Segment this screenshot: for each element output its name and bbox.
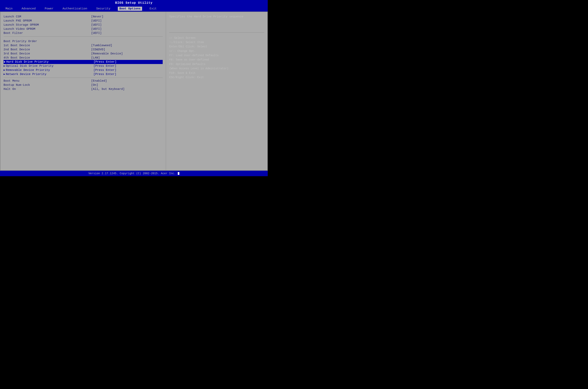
- priority-value: [Press Enter]: [94, 65, 165, 68]
- boot-device-label: 2nd Boot Device: [3, 48, 91, 51]
- boot-device-value: [Removable Device]: [91, 52, 163, 55]
- priority-value: [Press Enter]: [94, 73, 165, 76]
- oprom-value: [Never]: [91, 15, 163, 18]
- boot-device-row[interactable]: 4th Boot Device[LAN]: [3, 56, 163, 60]
- help-line: ↑↓/Click: Select Item: [169, 40, 264, 44]
- left-panel: Launch CSM[Never]Launch PXE OPROM[UEFI]L…: [0, 12, 166, 170]
- other-label: Halt On: [3, 88, 91, 91]
- priority-label: Optical Disk Drive Priority: [6, 65, 94, 68]
- boot-device-row[interactable]: 1st Boot Device[Tumbleweed]: [3, 43, 163, 48]
- right-panel: Specifies the Hard Drive Priority sequen…: [166, 12, 267, 170]
- oprom-row[interactable]: Launch Video OPROM[UEFI]: [3, 27, 163, 31]
- oprom-value: [UEFI]: [91, 23, 163, 27]
- help-line: ↔: Select Screen: [169, 36, 264, 40]
- help-line: F9: Optimized Defaults: [169, 62, 264, 66]
- priority-row[interactable]: ►Hard Disk Drive Priority[Press Enter]: [3, 60, 163, 64]
- boot-priority-header: Boot Priority Order: [3, 40, 163, 43]
- oprom-value: [UEFI]: [91, 32, 163, 35]
- priority-row[interactable]: ►Network Device Priority[Press Enter]: [3, 72, 163, 76]
- boot-device-row[interactable]: 2nd Boot Device[CD&DVD]: [3, 48, 163, 52]
- oprom-label: Launch PXE OPROM: [3, 19, 91, 23]
- other-value: [Enabled]: [91, 79, 163, 83]
- main-content: Launch CSM[Never]Launch PXE OPROM[UEFI]L…: [0, 12, 268, 171]
- boot-device-value: [LAN]: [91, 56, 163, 60]
- priority-items[interactable]: ►Hard Disk Drive Priority[Press Enter]►O…: [3, 60, 163, 76]
- arrow-icon: ►: [3, 65, 5, 67]
- menu-item-authentication[interactable]: Authentication: [61, 7, 89, 11]
- boot-device-value: [CD&DVD]: [91, 48, 163, 51]
- cursor: [178, 172, 179, 175]
- menu-item-main[interactable]: Main: [4, 7, 14, 11]
- oprom-label: Launch Video OPROM: [3, 27, 91, 31]
- menu-item-security[interactable]: Security: [95, 7, 112, 11]
- boot-devices: 1st Boot Device[Tumbleweed]2nd Boot Devi…: [3, 43, 163, 60]
- arrow-icon: ►: [3, 69, 5, 72]
- oprom-value: [UEFI]: [91, 19, 163, 23]
- help-line: Enter/Dbl Click: Select: [169, 44, 264, 49]
- oprom-label: Launch CSM: [3, 15, 91, 18]
- arrow-icon: ►: [4, 61, 5, 64]
- other-setting-row[interactable]: Boot Menu[Enabled]: [3, 79, 163, 83]
- boot-device-label: 4th Boot Device: [3, 56, 91, 60]
- help-text: ↔: Select Screen↑↓/Click: Select ItemEnt…: [169, 36, 264, 80]
- bios-title: BIOS Setup Utility: [115, 1, 153, 5]
- other-settings: Boot Menu[Enabled]Bootup Num-Lock[On]Hal…: [3, 79, 163, 91]
- help-line: F8: Save as User-defined: [169, 58, 264, 62]
- oprom-row[interactable]: Boot Filter[UEFI]: [3, 31, 163, 35]
- menu-item-boot-options[interactable]: Boot Options: [118, 7, 142, 11]
- help-line: +/-: Change Opt.: [169, 49, 264, 53]
- priority-label: Removable Device Priority: [6, 68, 94, 72]
- menu-bar[interactable]: MainAdvancedPowerAuthenticationSecurityB…: [0, 6, 268, 12]
- other-setting-row[interactable]: Bootup Num-Lock[On]: [3, 83, 163, 87]
- description-text: Specifies the Hard Drive Priority sequen…: [169, 15, 264, 19]
- oprom-row[interactable]: Launch Storage OPROM[UEFI]: [3, 23, 163, 27]
- oprom-label: Boot Filter: [3, 32, 91, 35]
- oprom-row[interactable]: Launch CSM[Never]: [3, 15, 163, 19]
- priority-value: [Press Enter]: [94, 60, 165, 64]
- menu-item-exit[interactable]: Exit: [148, 7, 158, 11]
- priority-row[interactable]: ►Optical Disk Drive Priority[Press Enter…: [3, 64, 163, 68]
- other-setting-row[interactable]: Halt On[All, but Keyboard]: [3, 87, 163, 91]
- other-value: [All, but Keyboard]: [91, 88, 163, 91]
- footer: Version 2.17.1245. Copyright (C) 2002-20…: [0, 171, 268, 176]
- menu-item-advanced[interactable]: Advanced: [20, 7, 37, 11]
- other-label: Bootup Num-Lock: [3, 83, 91, 87]
- priority-row[interactable]: ►Removable Device Priority[Press Enter]: [3, 68, 163, 72]
- help-line: (When Access Level is Administrator): [169, 66, 264, 71]
- other-value: [On]: [91, 83, 163, 87]
- oprom-row[interactable]: Launch PXE OPROM[UEFI]: [3, 19, 163, 23]
- help-line: F7: Load User-defined Defaults: [169, 53, 264, 58]
- help-line: F10: Save & Exit: [169, 71, 264, 75]
- priority-label: Hard Disk Drive Priority: [6, 60, 94, 64]
- boot-device-label: 1st Boot Device: [3, 44, 91, 47]
- oprom-label: Launch Storage OPROM: [3, 23, 91, 27]
- footer-text: Version 2.17.1245. Copyright (C) 2002-20…: [88, 172, 176, 175]
- oprom-value: [UEFI]: [91, 27, 163, 31]
- boot-device-label: 3rd Boot Device: [3, 52, 91, 55]
- boot-device-value: [Tumbleweed]: [91, 44, 163, 47]
- oprom-settings: Launch CSM[Never]Launch PXE OPROM[UEFI]L…: [3, 15, 163, 35]
- arrow-icon: ►: [3, 73, 5, 76]
- help-line: ESC/Right Click: Exit: [169, 75, 264, 79]
- priority-label: Network Device Priority: [6, 73, 94, 76]
- priority-value: [Press Enter]: [94, 68, 165, 72]
- title-bar: BIOS Setup Utility: [0, 0, 268, 6]
- menu-item-power[interactable]: Power: [43, 7, 55, 11]
- other-label: Boot Menu: [3, 79, 91, 83]
- boot-device-row[interactable]: 3rd Boot Device[Removable Device]: [3, 52, 163, 56]
